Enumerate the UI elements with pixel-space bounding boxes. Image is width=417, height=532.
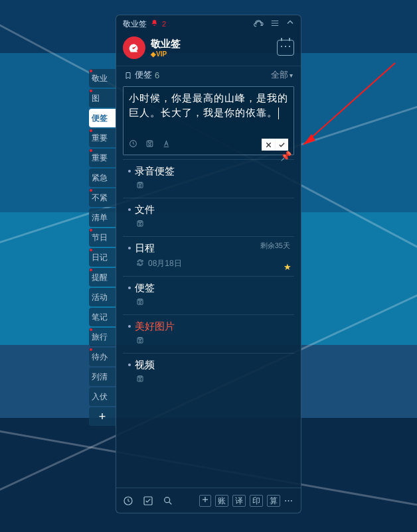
- badge-dot: [90, 149, 92, 152]
- editor-text[interactable]: 小时候，你是最高的山峰，是我的巨人。长大了，我是你的依靠。: [129, 91, 288, 135]
- side-tab[interactable]: 紧急: [89, 168, 116, 187]
- badge-dot: [90, 90, 92, 92]
- note-item[interactable]: 剩余35天日程08月18日★: [123, 236, 294, 276]
- side-tab[interactable]: 重要: [89, 129, 116, 147]
- save-icon: [136, 220, 144, 230]
- calendar-icon[interactable]: [277, 40, 294, 56]
- side-tab[interactable]: 列清: [89, 367, 116, 386]
- more-icon[interactable]: ⋯: [284, 496, 294, 505]
- note-subline: [136, 298, 290, 308]
- note-title: 美好图片: [135, 319, 175, 334]
- bullet-icon: [128, 364, 131, 366]
- account-button[interactable]: 账: [215, 495, 228, 507]
- bullet-icon: [128, 287, 131, 289]
- badge-dot: [90, 269, 92, 271]
- side-tab-list: 敬业图便签重要重要紧急不紧清单节日日记提醒活动笔记旅行待办列清入伏+: [89, 69, 116, 426]
- note-subline: [136, 181, 290, 191]
- bullet-icon: [128, 247, 131, 249]
- svg-rect-14: [139, 299, 141, 301]
- svg-point-12: [139, 224, 141, 226]
- bell-icon[interactable]: [151, 19, 158, 29]
- side-tab[interactable]: 重要: [89, 149, 116, 167]
- add-tab-button[interactable]: +: [89, 407, 116, 426]
- side-tab[interactable]: 待办: [89, 348, 116, 366]
- side-tab[interactable]: 活动: [89, 288, 116, 306]
- collapse-icon[interactable]: [286, 19, 294, 30]
- side-tab[interactable]: 清单: [89, 208, 116, 227]
- calc-button[interactable]: 算: [267, 495, 280, 507]
- filter-label: 全部: [271, 69, 288, 81]
- brand-text: 敬业签 ◆VIP: [151, 38, 181, 58]
- note-subline: 08月18日: [136, 258, 290, 269]
- svg-rect-4: [148, 141, 151, 143]
- confirm-button[interactable]: [275, 139, 288, 151]
- side-tab[interactable]: 敬业: [89, 69, 116, 88]
- svg-point-18: [139, 340, 141, 342]
- checklist-icon[interactable]: [143, 496, 153, 506]
- side-tab[interactable]: 笔记: [89, 308, 116, 326]
- search-icon[interactable]: [163, 496, 173, 506]
- side-tab[interactable]: 提醒: [89, 268, 116, 287]
- title-bar: 敬业签 2: [116, 15, 301, 33]
- side-tab[interactable]: 旅行: [89, 328, 116, 346]
- brand-name: 敬业签: [151, 38, 181, 50]
- note-subline: [136, 220, 290, 230]
- svg-rect-6: [164, 147, 169, 147]
- note-item[interactable]: 美好图片: [123, 314, 294, 353]
- history-icon[interactable]: [123, 496, 133, 506]
- note-item[interactable]: 录音便签📌: [123, 159, 294, 198]
- svg-rect-20: [139, 376, 141, 378]
- side-tab[interactable]: 不紧: [89, 188, 116, 207]
- app-title: 敬业签: [123, 19, 147, 30]
- side-tab[interactable]: 便签: [89, 109, 116, 127]
- bullet-icon: [128, 325, 131, 328]
- list-header-label: 便签: [135, 69, 152, 81]
- filter-dropdown[interactable]: 全部 ▾: [271, 69, 293, 81]
- save-icon: [136, 298, 144, 308]
- cancel-button[interactable]: [262, 139, 275, 151]
- translate-button[interactable]: 译: [232, 495, 246, 507]
- print-button[interactable]: 印: [250, 495, 263, 507]
- badge-dot: [90, 328, 92, 331]
- vip-badge: ◆VIP: [151, 50, 181, 58]
- sync-icon[interactable]: [253, 19, 264, 30]
- svg-point-9: [139, 185, 141, 187]
- svg-rect-8: [139, 182, 141, 184]
- list-header: 便签 6 全部 ▾: [116, 66, 301, 84]
- badge-dot: [90, 229, 92, 232]
- svg-rect-17: [139, 338, 141, 340]
- notes-list: 录音便签📌文件剩余35天日程08月18日★便签美好图片视频: [120, 159, 297, 391]
- side-tab[interactable]: 入伏: [89, 387, 116, 406]
- bullet-icon: [128, 170, 131, 172]
- note-item[interactable]: 视频: [123, 353, 294, 391]
- text-color-icon[interactable]: [162, 139, 171, 151]
- app-window: 敬业签 2 敬业签 ◆VIP: [116, 15, 301, 513]
- badge-dot: [90, 129, 92, 132]
- note-title: 录音便签: [135, 164, 175, 178]
- side-tab[interactable]: 日记: [89, 248, 116, 267]
- notification-count: 2: [162, 20, 166, 28]
- note-item[interactable]: 便签: [123, 276, 294, 314]
- menu-icon[interactable]: [270, 19, 280, 30]
- save-icon: [136, 375, 144, 385]
- svg-point-15: [139, 302, 141, 304]
- side-tab[interactable]: 图: [89, 89, 116, 107]
- chevron-down-icon: ▾: [290, 72, 293, 79]
- note-title: 文件: [135, 202, 155, 217]
- save-icon: [136, 181, 144, 191]
- add-button[interactable]: [199, 495, 211, 507]
- note-title: 便签: [135, 281, 155, 295]
- side-tab[interactable]: 节日: [89, 228, 116, 247]
- note-date: 08月18日: [148, 258, 182, 269]
- note-editor[interactable]: 小时候，你是最高的山峰，是我的巨人。长大了，我是你的依靠。: [123, 86, 294, 155]
- brand-row: 敬业签 ◆VIP: [116, 33, 301, 66]
- badge-dot: [90, 348, 92, 351]
- pin-icon: 📌: [280, 151, 292, 161]
- save-icon[interactable]: [145, 139, 154, 151]
- app-logo: [123, 36, 145, 59]
- note-title: 日程: [135, 241, 155, 255]
- note-item[interactable]: 文件: [123, 198, 294, 236]
- bullet-icon: [128, 208, 131, 211]
- svg-point-5: [149, 144, 151, 146]
- clock-icon[interactable]: [129, 139, 137, 151]
